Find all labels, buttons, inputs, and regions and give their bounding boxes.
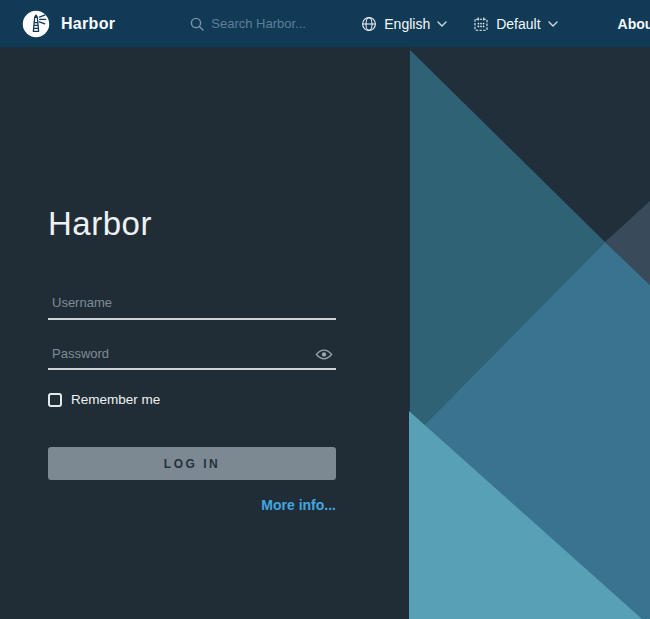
- username-field-wrap: [48, 293, 336, 320]
- password-field-wrap: [48, 344, 336, 371]
- login-form: Remember me LOG IN More info...: [48, 243, 336, 514]
- search: [190, 16, 361, 31]
- background-art-panel: [409, 47, 650, 619]
- search-icon: [190, 17, 204, 31]
- language-label: English: [384, 16, 430, 32]
- brand-title[interactable]: Harbor: [61, 15, 115, 33]
- harbor-logo[interactable]: [22, 10, 50, 38]
- remember-me-row[interactable]: Remember me: [48, 392, 336, 407]
- page-title: Harbor: [48, 205, 409, 243]
- login-panel: Harbor Remember me LOG IN: [0, 47, 409, 619]
- calendar-grid-icon: [473, 16, 489, 32]
- top-navbar: Harbor English: [0, 0, 650, 47]
- theme-label: Default: [496, 16, 540, 32]
- remember-me-checkbox[interactable]: [48, 393, 62, 407]
- about-link[interactable]: About: [618, 16, 650, 32]
- triangles-artwork: [409, 47, 650, 619]
- more-info-row: More info...: [48, 496, 336, 514]
- more-info-link[interactable]: More info...: [261, 497, 336, 513]
- remember-me-label: Remember me: [71, 392, 160, 407]
- language-dropdown[interactable]: English: [361, 16, 447, 32]
- search-input[interactable]: [211, 16, 361, 31]
- eye-icon: [315, 349, 333, 360]
- password-input[interactable]: [48, 344, 336, 370]
- login-button[interactable]: LOG IN: [48, 447, 336, 480]
- globe-icon: [361, 16, 377, 32]
- theme-dropdown[interactable]: Default: [473, 16, 557, 32]
- username-input[interactable]: [48, 294, 336, 320]
- password-visibility-toggle[interactable]: [314, 348, 334, 362]
- chevron-down-icon: [437, 21, 447, 27]
- main-content: Harbor Remember me LOG IN: [0, 47, 650, 619]
- chevron-down-icon: [548, 21, 558, 27]
- lighthouse-icon: [22, 10, 50, 38]
